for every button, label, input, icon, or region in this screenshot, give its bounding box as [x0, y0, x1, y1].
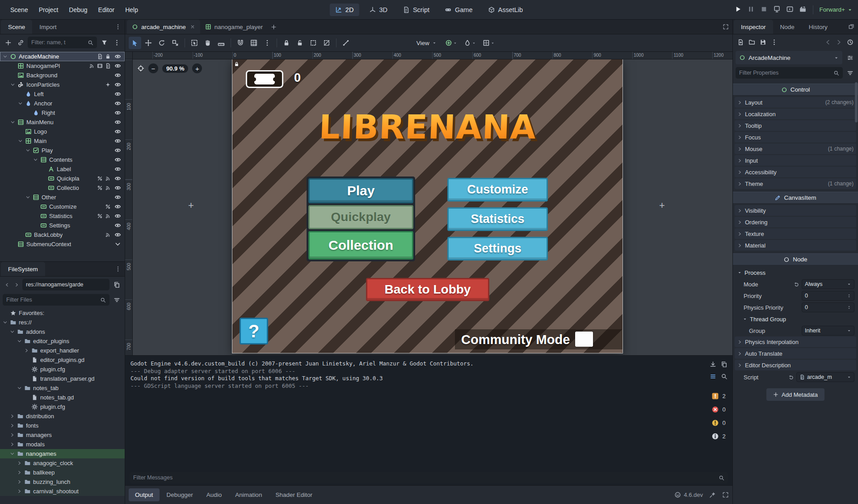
bottom-tab-output[interactable]: Output [129, 488, 160, 501]
spin-physics-priority[interactable]: 0 [802, 302, 854, 312]
scene-tab-arcade-machine[interactable]: arcade_machine [127, 20, 200, 34]
tab-scene[interactable]: Scene [1, 20, 32, 34]
zoom-in-button[interactable]: + [192, 63, 202, 73]
stop-button[interactable] [760, 5, 768, 14]
resource-options-icon[interactable] [771, 39, 778, 46]
inspector-group-physics-interpolation[interactable]: Physics Interpolation [735, 336, 856, 347]
log-search-icon[interactable] [721, 373, 728, 380]
scene-tab-nanogame-player[interactable]: nanogame_player [200, 20, 268, 34]
node-options-button[interactable] [845, 52, 855, 63]
file-managers[interactable]: managers [0, 430, 125, 440]
scene-node-customize[interactable]: Customize [0, 202, 125, 211]
save-log-icon[interactable] [710, 361, 716, 368]
save-resource-icon[interactable] [760, 39, 766, 46]
grid-select-button[interactable] [480, 37, 498, 49]
scene-node-settings[interactable]: Settings [0, 221, 125, 230]
file-notes-tab-gd[interactable]: notes_tab.gd [0, 393, 125, 402]
file-modals[interactable]: modals [0, 440, 125, 449]
menu-debug[interactable]: Debug [64, 4, 92, 16]
file-plugin-cfg[interactable]: plugin.cfg [0, 365, 125, 374]
file-plugin-cfg[interactable]: plugin.cfg [0, 402, 125, 412]
nav-forward-button[interactable] [13, 279, 21, 290]
file-translation-parser-gd[interactable]: translation_parser.gd [0, 374, 125, 383]
canvas[interactable]: 0 LIBRENANALIBRENANA PlayQuickplayCollec… [133, 59, 732, 355]
game-button-quickplay[interactable]: Quickplay [308, 205, 413, 229]
filesystem-filter[interactable] [3, 294, 109, 306]
inspector-group-material[interactable]: Material [735, 240, 856, 251]
error-badge[interactable]: 0 [711, 406, 725, 413]
workspace-3d[interactable]: 3D [363, 4, 393, 16]
game-view-button[interactable] [786, 5, 794, 14]
inspector-group-auto-translate[interactable]: Auto Translate [735, 348, 856, 359]
inspector-group-tooltip[interactable]: Tooltip [735, 120, 856, 131]
float-dock-icon[interactable] [848, 24, 854, 30]
play-button[interactable] [734, 5, 742, 14]
file-res[interactable]: res:// [0, 318, 125, 327]
remote-button[interactable] [773, 5, 781, 14]
filesystem-path[interactable]: res://nanogames/garde [22, 279, 109, 290]
history-list-icon[interactable] [847, 39, 854, 46]
menu-help[interactable]: Help [120, 4, 143, 16]
game-button-play[interactable]: Play [308, 178, 413, 203]
scene-node-main[interactable]: Main [0, 136, 125, 146]
add-metadata-button[interactable]: Add Metadata [766, 388, 824, 401]
droplet-tool-button[interactable] [461, 37, 479, 49]
focus-ring-button[interactable] [442, 37, 460, 49]
scene-filter[interactable] [28, 37, 97, 48]
copy-log-icon[interactable] [721, 361, 728, 368]
inspector-group-input[interactable]: Input [735, 155, 856, 166]
scale-tool-button[interactable] [169, 37, 181, 49]
tab-node[interactable]: Node [773, 20, 802, 34]
magnet-tool-button[interactable] [234, 37, 247, 49]
spin-priority[interactable]: 0 [802, 291, 854, 301]
inspector-group-editor-description[interactable]: Editor Description [735, 360, 856, 370]
inspector-group-localization[interactable]: Localization [735, 109, 856, 119]
expand-viewport-icon[interactable] [723, 24, 729, 30]
filesystem-menu-icon[interactable] [115, 266, 121, 272]
file-sort-button[interactable] [111, 294, 122, 305]
inspector-group-theme[interactable]: Theme(1 change) [735, 178, 856, 189]
movie-button[interactable] [799, 5, 807, 14]
history-back-icon[interactable] [824, 39, 831, 46]
inspector-group-layout[interactable]: Layout(2 changes) [735, 97, 856, 108]
menu-project[interactable]: Project [34, 4, 63, 16]
select-group[interactable]: Inherit [802, 326, 854, 336]
scene-dock-menu-icon[interactable] [115, 24, 121, 30]
scene-node-logo[interactable]: Logo [0, 127, 125, 136]
select-tool-button[interactable] [129, 37, 141, 49]
game-button-customize[interactable]: Customize [447, 178, 548, 202]
scene-node-nanogamepl[interactable]: NanogamePl [0, 61, 125, 71]
scene-node-statistics[interactable]: Statistics [0, 211, 125, 221]
scene-node-right[interactable]: Right [0, 108, 125, 118]
new-scene-tab-button[interactable] [268, 20, 280, 34]
game-button-help[interactable]: ? [240, 318, 268, 344]
pause-button[interactable] [747, 5, 755, 14]
new-resource-icon[interactable] [737, 39, 744, 46]
file-distribution[interactable]: distribution [0, 412, 125, 421]
tab-history[interactable]: History [802, 20, 835, 34]
log-list-view-icon[interactable] [710, 373, 716, 380]
workspace-assetlib[interactable]: AssetLib [483, 4, 529, 16]
focus-path-button[interactable] [111, 279, 122, 290]
game-button-statistics[interactable]: Statistics [447, 207, 548, 231]
property-filter[interactable] [736, 67, 843, 79]
list-select-tool-button[interactable] [188, 37, 201, 49]
pan-tool-button[interactable] [202, 37, 214, 49]
file-addons[interactable]: addons [0, 327, 125, 336]
file-notes-tab[interactable]: notes_tab [0, 383, 125, 393]
bottom-tab-audio[interactable]: Audio [200, 488, 228, 501]
scene-node-other[interactable]: Other [0, 193, 125, 202]
bottom-tab-debugger[interactable]: Debugger [160, 488, 199, 501]
scene-node-contents[interactable]: Contents [0, 155, 125, 164]
scene-node-anchor[interactable]: Anchor [0, 99, 125, 108]
inspector-group-visibility[interactable]: Visibility [735, 205, 856, 216]
file-nanogames[interactable]: nanogames [0, 449, 125, 458]
info-badge[interactable]: 2 [711, 433, 725, 440]
nav-back-button[interactable] [3, 279, 11, 290]
message-filter[interactable] [130, 472, 728, 483]
scene-node-label[interactable]: Label [0, 164, 125, 174]
inspector-group-focus[interactable]: Focus [735, 132, 856, 143]
select-mode[interactable]: Always [802, 279, 854, 289]
dots-tool-button[interactable] [261, 37, 273, 49]
move-tool-button[interactable] [142, 37, 155, 49]
